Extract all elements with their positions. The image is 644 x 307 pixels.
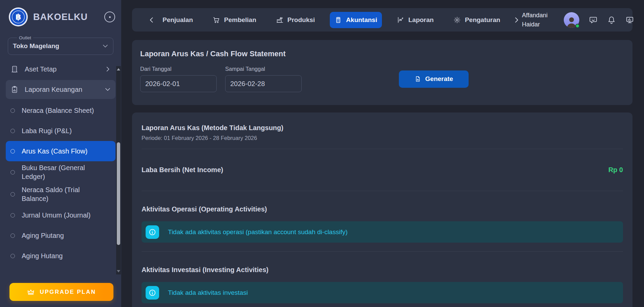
report-header: Laporan Arus Kas (Metode Tidak Langsung)… (142, 112, 623, 149)
brand-title: BAKOELKU (33, 12, 104, 22)
gear-icon (453, 16, 461, 24)
info-icon (146, 286, 159, 300)
outlet-value: Toko Magelang (13, 42, 59, 50)
report-period: Periode: 01 February 2026 - 28 February … (142, 135, 623, 141)
sidebar-item-buku-besar[interactable]: Buku Besar (General Ledger) (6, 161, 115, 183)
sidebar-menu: Aset Tetap Laporan Keuangan Neraca (Bala… (0, 60, 121, 266)
chevron-down-icon (102, 43, 108, 49)
bullet-icon (10, 254, 15, 258)
chart-line-icon (397, 16, 404, 24)
bullet-icon (10, 213, 15, 218)
report-section: Aktivitas Investasi (Investing Activitie… (142, 252, 623, 307)
bullet-icon (10, 129, 15, 133)
btc-glyph: ฿ (16, 12, 21, 22)
sidebar: ฿ BAKOELKU Outlet Toko Magelang Aset Tet… (0, 0, 121, 307)
user-name: Affandani Haidar (522, 11, 556, 28)
sidebar-item-neraca-saldo[interactable]: Neraca Saldo (Trial Balance) (6, 183, 115, 205)
info-banner-text: Tidak ada aktivitas operasi (pastikan ac… (168, 228, 348, 236)
chevron-left-icon (148, 17, 155, 23)
report-title: Laporan Arus Kas (Metode Tidak Langsung) (142, 124, 623, 132)
feedback-button[interactable] (587, 14, 599, 26)
to-date-input[interactable] (225, 75, 302, 92)
from-date-input[interactable] (140, 75, 217, 92)
net-income-value: Rp 0 (608, 166, 623, 174)
scrollbar-thumb[interactable] (117, 142, 120, 245)
info-banner: Tidak ada aktivitas operasi (pastikan ac… (142, 221, 623, 243)
scroll-up-arrow[interactable] (117, 68, 120, 70)
chevron-right-icon (105, 66, 111, 72)
chevron-right-icon (513, 17, 520, 23)
filter-form: Dari Tanggal Sampai Tanggal Generate (140, 66, 622, 92)
section-heading: Aktivitas Investasi (Investing Activitie… (142, 252, 623, 274)
crown-icon (27, 288, 35, 296)
outlet-select[interactable]: Outlet Toko Magelang (8, 35, 113, 55)
from-date-field: Dari Tanggal (140, 66, 217, 92)
report-section: Aktivitas Operasi (Operating Activities)… (142, 191, 623, 252)
clipboard-chart-icon (10, 85, 19, 94)
tab-laporan[interactable]: Laporan (392, 12, 438, 28)
sidebar-item-neraca[interactable]: Neraca (Balance Sheet) (6, 100, 115, 121)
bullet-icon (10, 233, 15, 238)
bullet-icon (10, 149, 15, 154)
page-title: Laporan Arus Kas / Cash Flow Statement (140, 49, 622, 58)
factory-icon (276, 16, 283, 24)
bullet-icon (10, 170, 15, 175)
online-status-dot (575, 24, 580, 28)
sidebar-collapse-button[interactable] (104, 12, 115, 22)
to-date-field: Sampai Tanggal (225, 66, 302, 92)
nav-tabs: Penjualan Pembelian Produksi Akuntansi L… (158, 12, 505, 28)
sidebar-scrollbar[interactable] (116, 66, 121, 274)
section-heading: Aktivitas Operasi (Operating Activities) (142, 191, 623, 213)
doc-chart-icon (414, 76, 421, 82)
main-area: Penjualan Pembelian Produksi Akuntansi L… (132, 0, 632, 307)
sidebar-item-arus-kas[interactable]: Arus Kas (Cash Flow) (6, 141, 115, 161)
bullet-icon (10, 192, 15, 197)
tabs-scroll-right-button[interactable] (511, 15, 522, 25)
navbar-right: Affandani Haidar (522, 11, 636, 28)
top-navbar: Penjualan Pembelian Produksi Akuntansi L… (132, 8, 632, 32)
sidebar-item-aging-hutang[interactable]: Aging Hutang (6, 246, 115, 266)
net-income-row: Laba Bersih (Net Income) Rp 0 (142, 149, 623, 191)
cart-icon (213, 16, 220, 24)
net-income-label: Laba Bersih (Net Income) (142, 166, 223, 174)
chevron-down-icon (105, 86, 111, 93)
display-button[interactable] (624, 14, 636, 26)
to-date-label: Sampai Tanggal (225, 66, 302, 72)
tabs-scroll-left-button[interactable] (146, 15, 157, 25)
tab-pengaturan[interactable]: Pengaturan (449, 12, 505, 28)
scroll-down-arrow[interactable] (117, 270, 120, 272)
bell-icon (607, 16, 616, 24)
upgrade-plan-button[interactable]: UPGRADE PLAN (9, 283, 113, 301)
sidebar-item-jurnal-umum[interactable]: Jurnal Umum (Journal) (6, 205, 115, 226)
avatar[interactable] (564, 12, 579, 28)
tab-produksi[interactable]: Produksi (271, 12, 320, 28)
tab-penjualan[interactable]: Penjualan (158, 12, 198, 28)
tab-pembelian[interactable]: Pembelian (208, 12, 261, 28)
info-icon (146, 225, 159, 239)
sidebar-item-laporan-keuangan[interactable]: Laporan Keuangan (6, 80, 115, 99)
sidebar-item-aging-piutang[interactable]: Aging Piutang (6, 226, 115, 246)
filter-card: Laporan Arus Kas / Cash Flow Statement D… (132, 40, 632, 105)
generate-button[interactable]: Generate (399, 70, 469, 88)
sidebar-item-laba-rugi[interactable]: Laba Rugi (P&L) (6, 121, 115, 141)
calculator-icon (335, 16, 342, 24)
info-banner-text: Tidak ada aktivitas investasi (168, 289, 248, 296)
bubble-smile-icon (589, 16, 598, 24)
report-card: Laporan Arus Kas (Metode Tidak Langsung)… (132, 112, 632, 307)
btc-coin-icon: ฿ (9, 7, 28, 26)
logo-row: ฿ BAKOELKU (0, 0, 121, 26)
bullet-icon (10, 108, 15, 113)
sidebar-item-aset-tetap[interactable]: Aset Tetap (6, 60, 115, 79)
archive-icon (10, 65, 19, 73)
outlet-label: Outlet (17, 35, 33, 40)
from-date-label: Dari Tanggal (140, 66, 217, 72)
tab-akuntansi[interactable]: Akuntansi (330, 12, 382, 28)
monitor-chart-icon (625, 16, 634, 24)
notifications-button[interactable] (606, 14, 617, 26)
info-banner: Tidak ada aktivitas investasi (142, 282, 623, 303)
